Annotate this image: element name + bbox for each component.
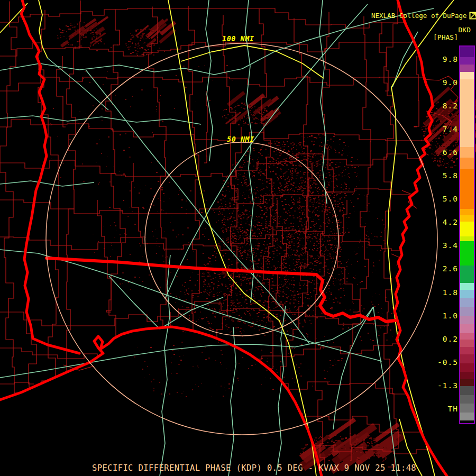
colorbar-tick-label: 7.4: [423, 125, 458, 133]
county-line: [149, 7, 166, 468]
colorbar-segment: [460, 298, 474, 307]
colorbar-segment: [460, 316, 474, 324]
colorbar-segment: [460, 386, 474, 395]
colorbar-segment: [460, 266, 474, 283]
county-line: [0, 231, 449, 251]
colorbar-segment: [460, 47, 474, 57]
colorbar-segment: [460, 324, 474, 333]
county-line: [0, 42, 456, 56]
colorbar-segment: [460, 57, 474, 65]
county-line: [97, 200, 111, 312]
colorbar-segment: [460, 395, 474, 404]
colorbar-segment: [460, 379, 474, 386]
colorbar-segment: [460, 404, 474, 413]
highway-layer: [0, 0, 434, 476]
colorbar-segment: [460, 363, 474, 372]
colorbar-tick-label: 9.0: [423, 78, 458, 87]
county-line: [209, 15, 237, 461]
county-line: [337, 200, 360, 312]
cod-logo-icon: [469, 12, 476, 20]
colorbar-segment: [460, 354, 474, 363]
colorbar-segment: [460, 340, 474, 347]
colorbar-tick-label: 3.4: [423, 241, 458, 250]
colorbar-tick-label: 5.0: [423, 195, 458, 203]
colorbar-segment: [460, 420, 474, 423]
colorbar-segment: [460, 215, 474, 222]
colorbar-segment: [460, 290, 474, 298]
colorbar-segment: [460, 236, 474, 241]
colorbar-segment: [460, 147, 474, 158]
product-code: DKD: [370, 26, 471, 34]
colorbar-segment: [460, 283, 474, 290]
product-tag: [PHAS]: [370, 33, 458, 41]
county-line: [132, 163, 145, 237]
county-line: [204, 91, 207, 163]
county-line: [0, 149, 451, 177]
county-line: [0, 406, 452, 434]
colorbar-segment: [460, 307, 474, 316]
county-line: [315, 12, 334, 469]
county-line: [0, 120, 449, 141]
county-line: [67, 1, 80, 474]
nexlab-brand: NEXLAB-College of DuPage: [371, 12, 476, 20]
colorbar-tick-label: 2.6: [423, 264, 458, 273]
county-line: [177, 6, 199, 467]
product-caption: SPECIFIC DIFFERENTIAL PHASE (KDP) 0.5 DE…: [92, 463, 416, 473]
colorbar-tick-label: -0.5: [423, 358, 458, 367]
colorbar-tick-label: 9.8: [423, 55, 458, 63]
colorbar-tick-label: 0.2: [423, 335, 458, 343]
colorbar-segment: [460, 372, 474, 379]
colorbar-tick-label: 1.0: [423, 312, 458, 320]
colorbar-segment: [460, 72, 474, 79]
county-line: [259, 8, 273, 459]
colorbar-tick-label: 5.8: [423, 171, 458, 180]
colorbar-segment: [460, 333, 474, 340]
county-line: [414, 56, 419, 127]
colorbar-segment: [460, 413, 474, 420]
radar-map: [0, 0, 476, 476]
colorbar-segment: [460, 169, 474, 209]
brand-text: NEXLAB-College of DuPage: [371, 12, 467, 20]
range-ring-label-50nmi: 50 NMI: [227, 135, 254, 143]
state-boundary-layer: [0, 0, 447, 476]
state-border-west-river: [21, 0, 79, 353]
colorbar-tick-label: 1.8: [423, 288, 458, 297]
colorbar-segment: [460, 222, 474, 236]
range-ring-label-100nmi: 100 NMI: [222, 34, 254, 43]
colorbar-segment: [460, 65, 474, 72]
county-line: [38, 10, 59, 467]
county-line: [0, 334, 451, 362]
colorbar-tick-label: -1.3: [423, 381, 458, 390]
colorbar-segment: [460, 241, 474, 266]
colorbar-tick-label: 8.2: [423, 102, 458, 110]
colorbar-tick-label: 4.2: [423, 218, 458, 226]
radar-display: 100 NMI 50 NMI NEXLAB-College of DuPage …: [0, 0, 476, 476]
county-line: [384, 1, 398, 467]
county-line: [0, 301, 448, 326]
colorbar-tick-label: 6.6: [423, 148, 458, 157]
interstate-layer: [0, 0, 454, 476]
colorbar-segment: [460, 347, 474, 354]
range-ring-50nmi: [145, 142, 338, 336]
colorbar-segment: [460, 209, 474, 215]
colorbar-segment: [460, 158, 474, 169]
colorbar-tick-label: TH: [423, 405, 458, 413]
colorbar: [459, 45, 475, 424]
colorbar-segment: [460, 79, 474, 147]
